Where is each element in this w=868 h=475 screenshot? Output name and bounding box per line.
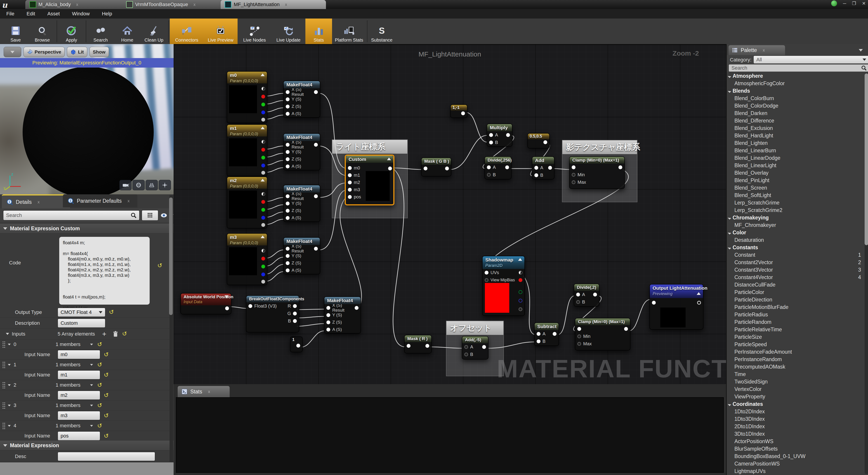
- reset-icon[interactable]: ↺: [97, 382, 102, 389]
- drag-handle[interactable]: [2, 402, 5, 409]
- reset-icon[interactable]: ↺: [97, 361, 102, 368]
- add-element-button[interactable]: ＋: [101, 329, 107, 339]
- close-button[interactable]: ✕: [862, 1, 866, 6]
- output-pin-a[interactable]: [519, 307, 522, 311]
- input-pin[interactable]: [286, 247, 289, 251]
- palette-item-lerp_scratchgrime[interactable]: Lerp_ScratchGrime: [727, 199, 864, 207]
- live-nodes-button[interactable]: Live Nodes: [238, 19, 272, 44]
- collapse-icon[interactable]: [697, 292, 701, 295]
- output-pin[interactable]: [506, 133, 510, 137]
- input-pin[interactable]: [286, 105, 289, 108]
- input-name-field[interactable]: m1: [58, 370, 100, 379]
- output-pin-b[interactable]: [261, 110, 265, 114]
- section-material-expression-custom[interactable]: Material Expression Custom: [0, 223, 174, 234]
- browse-button[interactable]: Browse: [29, 19, 56, 44]
- input-pin-min[interactable]: [577, 335, 581, 338]
- output-pin-g[interactable]: [261, 208, 265, 212]
- node-param-m3[interactable]: m3Param (0,0,0,0): [227, 233, 268, 285]
- input-pin-b[interactable]: [576, 300, 580, 304]
- palette-category-chromakeying[interactable]: Chromakeying: [727, 214, 864, 221]
- close-icon[interactable]: x: [763, 48, 765, 53]
- node-const-1-neg1[interactable]: 1,-1: [450, 104, 467, 118]
- search-input[interactable]: Search: [3, 211, 140, 220]
- node-makefloat4-2[interactable]: MakeFloat4X (S) ResultY (S)Z (S)A (S): [283, 133, 320, 170]
- delete-icon[interactable]: [113, 331, 119, 337]
- close-icon[interactable]: x: [208, 389, 210, 394]
- chevron-down-icon[interactable]: [90, 364, 93, 366]
- input-pin[interactable]: [286, 261, 289, 265]
- palette-item-particlerandom[interactable]: ParticleRandom: [727, 318, 864, 326]
- platform-stats-button[interactable]: Platform Stats: [332, 19, 366, 44]
- palette-item-particlesize[interactable]: ParticleSize: [727, 333, 864, 341]
- output-pin[interactable]: [225, 307, 229, 310]
- panel-menu-icon[interactable]: [859, 49, 863, 52]
- input-pin[interactable]: [286, 97, 289, 101]
- output-pin[interactable]: [697, 301, 701, 305]
- palette-item-blend_overlay[interactable]: Blend_Overlay: [727, 169, 864, 177]
- collapse-icon[interactable]: [518, 258, 522, 261]
- palette-item-twosidedsign[interactable]: TwoSidedSign: [727, 378, 864, 385]
- palette-item-1dto3dindex[interactable]: 1Dto3DIndex: [727, 415, 864, 423]
- palette-item-particlemotionblurfade[interactable]: ParticleMotionBlurFade: [727, 304, 864, 311]
- description-input[interactable]: Custom: [58, 319, 105, 328]
- output-pin-r[interactable]: [261, 257, 265, 260]
- reset-icon[interactable]: ↺: [104, 351, 109, 358]
- palette-item-blend_pinlight[interactable]: Blend_PinLight: [727, 177, 864, 184]
- output-pin[interactable]: [482, 345, 486, 349]
- node-param-m1[interactable]: m1Param (0,0,0,0): [227, 124, 268, 176]
- reset-icon[interactable]: ↺: [97, 422, 102, 430]
- output-pin-g[interactable]: [261, 264, 265, 268]
- input-pin-b[interactable]: [464, 352, 468, 356]
- node-divide-2[interactable]: Divide(,2) A B: [574, 284, 599, 307]
- palette-category-constants[interactable]: Constants: [727, 244, 864, 251]
- palette-item-perinstancerandom[interactable]: PerInstanceRandom: [727, 356, 864, 363]
- input-pin[interactable]: [286, 90, 289, 94]
- menu-file[interactable]: File: [6, 11, 14, 17]
- output-pin-a[interactable]: [261, 171, 265, 175]
- collapse-icon[interactable]: [8, 364, 11, 366]
- input-name-field[interactable]: m3: [58, 411, 100, 420]
- input-pin-b[interactable]: [537, 340, 540, 343]
- output-pin-r[interactable]: [261, 95, 265, 98]
- palette-item-blend_linearburn[interactable]: Blend_LinearBurn: [727, 147, 864, 154]
- palette-item-blend_colorburn[interactable]: Blend_ColorBurn: [727, 95, 864, 102]
- input-pin[interactable]: [424, 166, 428, 170]
- output-pin-r[interactable]: [261, 200, 265, 204]
- palette-item-actorpositionws[interactable]: ActorPositionWS: [727, 438, 864, 445]
- input-pin-m3[interactable]: [348, 188, 352, 192]
- palette-item-mf_chromakeyer[interactable]: MF_Chromakeyer: [727, 221, 864, 229]
- category-dropdown[interactable]: All: [753, 56, 868, 64]
- menu-edit[interactable]: Edit: [26, 11, 35, 17]
- section-material-expression[interactable]: Material Expression: [0, 440, 174, 451]
- palette-item-blend_exclusion[interactable]: Blend_Exclusion: [727, 125, 864, 132]
- grid-view-button[interactable]: [142, 210, 158, 221]
- output-pin-a[interactable]: [261, 223, 265, 227]
- output-pin-g[interactable]: [261, 156, 265, 160]
- tab-palette[interactable]: Palette x: [728, 45, 785, 55]
- close-icon[interactable]: x: [285, 2, 287, 7]
- palette-item-particlerelativetime[interactable]: ParticleRelativeTime: [727, 326, 864, 333]
- palette-item-viewproperty[interactable]: ViewProperty: [727, 393, 864, 401]
- tab-details[interactable]: i Details x: [2, 194, 70, 209]
- collapse-icon[interactable]: [260, 179, 265, 182]
- palette-item-blend_hardlight[interactable]: Blend_HardLight: [727, 132, 864, 139]
- input-pin[interactable]: [286, 216, 289, 220]
- tab-stats[interactable]: Stats x: [178, 386, 230, 397]
- output-pin[interactable]: [553, 332, 557, 336]
- input-pin-b[interactable]: [489, 140, 493, 145]
- palette-item-constant3vector[interactable]: Constant3Vector3: [727, 266, 864, 274]
- palette-item-constant[interactable]: Constant1: [727, 251, 864, 259]
- input-pin-a[interactable]: [489, 133, 493, 137]
- node-divide-256[interactable]: Divide(,256) A B: [485, 156, 512, 180]
- output-pin-b[interactable]: [261, 273, 265, 276]
- node-param-m0[interactable]: m0Param (0,0,0,0): [227, 71, 268, 123]
- node-custom[interactable]: Custom m0m1m2m3pos: [345, 155, 395, 205]
- input-pin[interactable]: [286, 157, 289, 161]
- input-pin[interactable]: [572, 165, 576, 169]
- palette-item-blend_softlight[interactable]: Blend_SoftLight: [727, 192, 864, 199]
- close-icon[interactable]: x: [127, 199, 129, 203]
- palette-item-blend_lighten[interactable]: Blend_Lighten: [727, 139, 864, 147]
- reset-icon[interactable]: ↺: [104, 372, 109, 379]
- palette-item-particledirection[interactable]: ParticleDirection: [727, 296, 864, 304]
- close-icon[interactable]: x: [76, 2, 78, 7]
